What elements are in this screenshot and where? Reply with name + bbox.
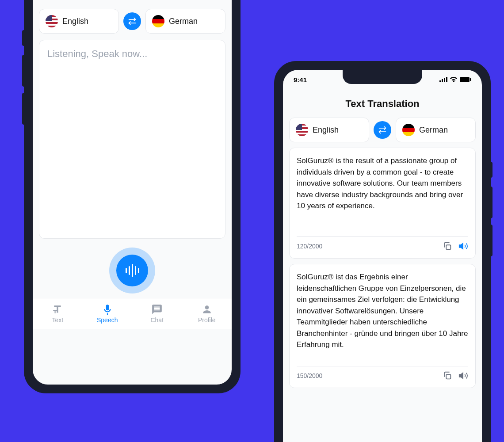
copy-icon[interactable] — [443, 241, 452, 251]
target-text-card: SolGuruz® ist das Ergebnis einer leidens… — [289, 264, 476, 388]
svg-rect-7 — [446, 245, 451, 249]
phone-left: English German Listening, Speak now... — [24, 0, 241, 393]
swap-icon — [378, 126, 387, 134]
svg-rect-6 — [470, 78, 471, 81]
svg-rect-1 — [439, 80, 441, 82]
tab-profile[interactable]: Profile — [182, 298, 232, 329]
copy-icon[interactable] — [443, 371, 452, 381]
tab-chat[interactable]: Chat — [132, 298, 182, 329]
swap-languages-button[interactable] — [123, 12, 141, 30]
cellular-icon — [439, 77, 447, 82]
tabbar: Text Speech Chat Profile — [33, 298, 232, 329]
chat-icon — [151, 304, 163, 315]
svg-rect-5 — [460, 77, 470, 82]
svg-rect-2 — [442, 79, 443, 82]
notch — [343, 70, 422, 84]
target-text: SolGuruz® ist das Ergebnis einer leidens… — [297, 271, 468, 360]
speech-placeholder: Listening, Speak now... — [47, 48, 217, 60]
us-flag-icon — [296, 124, 308, 136]
target-language-label: German — [419, 126, 448, 135]
swap-icon — [128, 17, 137, 26]
mic-icon — [102, 304, 113, 315]
us-flag-icon — [46, 15, 58, 27]
profile-icon — [201, 304, 213, 315]
target-char-count: 150/2000 — [297, 372, 322, 379]
microphone-wrap — [33, 248, 232, 293]
svg-rect-4 — [446, 77, 447, 82]
statusbar-time: 9:41 — [294, 76, 307, 84]
target-language-label: German — [169, 17, 198, 26]
tab-speech-label: Speech — [97, 316, 118, 324]
waveform-icon — [116, 255, 148, 286]
microphone-button[interactable] — [109, 248, 155, 293]
tab-profile-label: Profile — [198, 316, 216, 324]
svg-rect-8 — [446, 374, 451, 379]
speaker-icon[interactable] — [458, 241, 468, 251]
language-selector-row: English German — [283, 118, 482, 142]
wifi-icon — [450, 77, 457, 82]
source-language-label: English — [313, 126, 339, 135]
target-language-pill[interactable]: German — [396, 118, 476, 142]
tab-speech[interactable]: Speech — [83, 298, 133, 329]
tab-text[interactable]: Text — [33, 298, 83, 329]
source-language-pill[interactable]: English — [289, 118, 369, 142]
language-selector-row: English German — [33, 9, 232, 34]
phone-right: 9:41 Text Translation English German — [274, 61, 491, 442]
source-text[interactable]: SolGuruz® is the result of a passionate … — [297, 155, 468, 230]
source-language-pill[interactable]: English — [39, 9, 119, 34]
page-title: Text Translation — [283, 89, 482, 118]
source-char-count: 120/2000 — [297, 243, 322, 250]
svg-point-0 — [205, 305, 209, 309]
source-language-label: English — [62, 17, 88, 26]
svg-rect-3 — [444, 78, 445, 82]
de-flag-icon — [152, 15, 164, 27]
battery-icon — [460, 77, 471, 82]
source-text-card: SolGuruz® is the result of a passionate … — [289, 148, 476, 259]
speech-input-area[interactable]: Listening, Speak now... — [39, 40, 225, 239]
tab-text-label: Text — [52, 316, 63, 324]
de-flag-icon — [402, 124, 415, 136]
target-language-pill[interactable]: German — [145, 9, 225, 34]
swap-languages-button[interactable] — [374, 121, 391, 139]
text-icon — [52, 304, 63, 315]
tab-chat-label: Chat — [150, 316, 164, 324]
speaker-icon[interactable] — [458, 371, 468, 381]
